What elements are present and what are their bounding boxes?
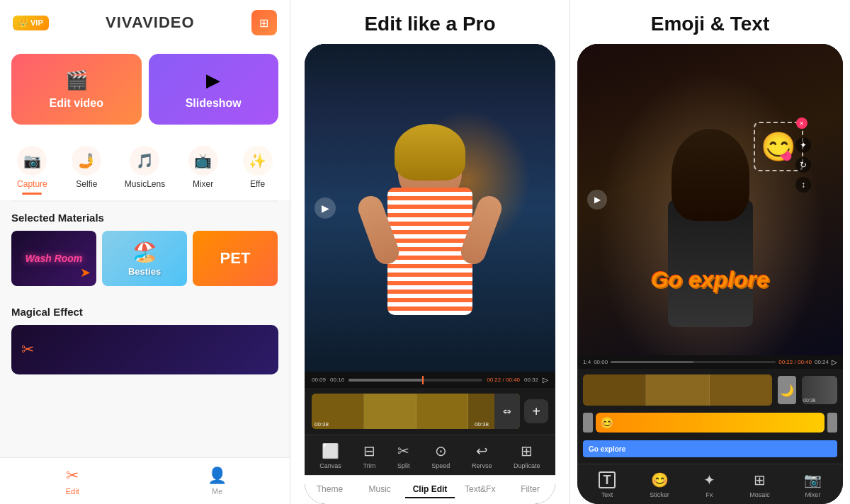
right-duration: 00:38	[803, 398, 816, 403]
tool-selfie[interactable]: 🤳 Selfie	[62, 140, 112, 200]
capture-label: Capture	[17, 179, 47, 189]
right-handle[interactable]	[827, 413, 837, 433]
right-tool-mosaic[interactable]: ⊞ Mosaic	[749, 471, 770, 498]
bottom-nav: ✂ Edit 👤 Me	[0, 457, 290, 504]
sticker-icon: 😊	[651, 471, 669, 488]
edit-video-button[interactable]: 🎬 Edit video	[11, 54, 142, 125]
middle-heading: Edit like a Pro	[290, 0, 570, 44]
tool-effe[interactable]: ✨ Effe	[232, 140, 283, 200]
right-tool-sticker[interactable]: 😊 Sticker	[650, 471, 669, 498]
tool-speed[interactable]: ⊙ Speed	[431, 442, 450, 469]
slideshow-label: Slideshow	[186, 97, 242, 110]
nav-edit[interactable]: ✂ Edit	[0, 464, 145, 498]
mosaic-label: Mosaic	[749, 491, 770, 498]
mosaic-icon: ⊞	[754, 471, 766, 488]
sparkle-buttons: ✦ ↻ ↕	[795, 137, 811, 193]
musiclens-icon: 🎵	[130, 146, 159, 176]
clip-frame-2	[364, 394, 416, 429]
go-explore-text[interactable]: Go explore	[651, 267, 769, 293]
edit-nav-label: Edit	[66, 487, 79, 496]
left-handle[interactable]	[583, 413, 593, 433]
sticker-label: Sticker	[650, 491, 669, 498]
right-timeline: 1:4 00:00 00:22 / 00:40 00:24 ▷	[577, 355, 843, 369]
close-emoji-button[interactable]: ×	[796, 118, 808, 129]
reverse-label: Rervse	[472, 462, 492, 469]
text-clip-row: Go explore	[583, 438, 837, 459]
material-pet[interactable]: PET	[193, 231, 278, 286]
grid-icon-button[interactable]: ⊞	[251, 10, 277, 35]
right-clip-frame-1	[583, 374, 646, 406]
grid-icon: ⊞	[259, 16, 268, 30]
vip-badge[interactable]: 👑 VIP	[13, 16, 49, 30]
app-header: 👑 VIP VIVAVIDEO ⊞	[0, 0, 290, 45]
right-tool-fx[interactable]: ✦ Fx	[703, 471, 715, 498]
selfie-icon: 🤳	[72, 146, 101, 176]
right-moon-icon[interactable]: 🌙	[778, 376, 796, 404]
fx-label: Fx	[706, 491, 713, 498]
tab-filter[interactable]: Filter	[505, 481, 555, 498]
add-clip-button[interactable]: +	[524, 399, 548, 423]
tab-theme[interactable]: Theme	[305, 481, 355, 498]
bottom-tabs: Theme Music Clip Edit Text&Fx Filter	[305, 475, 555, 504]
arrow-right-icon: ➤	[80, 265, 91, 280]
tool-capture[interactable]: 📷 Capture	[7, 140, 57, 200]
sparkle-btn-3[interactable]: ↕	[795, 177, 811, 193]
fx-icon: ✦	[703, 471, 715, 488]
timeline-track[interactable]	[348, 379, 482, 382]
right-timeline-track[interactable]	[611, 361, 776, 363]
right-mixer-icon: 📷	[804, 471, 822, 488]
right-clip-strip[interactable]	[583, 374, 772, 406]
tool-canvas[interactable]: ⬜ Canvas	[319, 442, 341, 469]
girl-body	[387, 188, 472, 315]
right-video-area: ▶ 😋 × ✦ ↻ ↕ Go explore	[577, 44, 843, 355]
right-time-1: 00:00	[594, 359, 608, 365]
canvas-icon: ⬜	[322, 442, 339, 459]
canvas-label: Canvas	[319, 462, 341, 469]
pet-text: PET	[220, 249, 251, 268]
right-mixer-label: Mixer	[805, 491, 820, 498]
text-clip[interactable]: Go explore	[583, 440, 837, 457]
tool-duplicate[interactable]: ⊞ Duplicate	[514, 442, 540, 469]
tool-mixer[interactable]: 📺 Mixer	[178, 140, 228, 200]
besties-text: Besties	[128, 266, 161, 277]
clip-expand-btn[interactable]: ⇔	[494, 394, 520, 429]
slideshow-button[interactable]: ▶ Slideshow	[149, 54, 279, 125]
effe-icon: ✨	[243, 146, 273, 176]
text-tool-icon: T	[599, 471, 616, 488]
me-nav-label: Me	[212, 487, 222, 496]
material-washroom[interactable]: Wash Room ➤	[11, 231, 96, 286]
left-panel: 👑 VIP VIVAVIDEO ⊞ 🎬 Edit video ▶ Slidesh…	[0, 0, 290, 504]
middle-panel: Edit like a Pro	[290, 0, 570, 504]
right-clip-row: 🌙 00:38	[583, 373, 837, 407]
text-tool-label: Text	[601, 491, 613, 498]
clip-container: 00:38 ⇔ 00:38	[312, 394, 520, 429]
right-tools-row: T Text 😊 Sticker ✦ Fx ⊞ Mosaic 📷 Mixer	[577, 464, 843, 504]
washroom-text: Wash Room	[26, 253, 83, 264]
right-play-button[interactable]: ▶	[587, 190, 607, 210]
nav-me[interactable]: 👤 Me	[145, 464, 290, 498]
tab-music[interactable]: Music	[355, 481, 405, 498]
tab-text-fx[interactable]: Text&Fx	[455, 481, 505, 498]
app-logo: VIVAVIDEO	[106, 13, 195, 32]
selfie-label: Selfie	[76, 179, 97, 189]
play-button[interactable]: ▶	[314, 197, 336, 219]
material-besties[interactable]: 🏖️ Besties	[102, 231, 187, 286]
middle-phone-mockup: ▶ 00:09 00:16 00:22 / 00:40 00:32 ▷	[305, 44, 555, 504]
tool-trim[interactable]: ⊟ Trim	[363, 442, 376, 469]
right-tool-text[interactable]: T Text	[599, 471, 616, 498]
tool-split[interactable]: ✂ Split	[397, 442, 410, 469]
woman-hair	[672, 129, 749, 221]
magical-preview[interactable]: ✂	[11, 325, 278, 374]
sparkle-btn-1[interactable]: ✦	[795, 137, 811, 153]
tool-musiclens[interactable]: 🎵 MusicLens	[116, 140, 174, 200]
tab-clip-edit[interactable]: Clip Edit	[405, 481, 455, 498]
emoji-clip[interactable]: 😊	[596, 413, 824, 433]
sparkle-btn-2[interactable]: ↻	[795, 157, 811, 173]
right-tool-mixer[interactable]: 📷 Mixer	[804, 471, 822, 498]
tool-reverse[interactable]: ↩ Rervse	[472, 442, 492, 469]
smiley-emoji: 😋	[761, 130, 796, 164]
main-actions: 🎬 Edit video ▶ Slideshow	[0, 45, 290, 133]
text-clip-text: Go explore	[589, 445, 625, 453]
capture-icon: 📷	[17, 146, 47, 176]
emoji-clip-icon: 😊	[600, 416, 614, 430]
